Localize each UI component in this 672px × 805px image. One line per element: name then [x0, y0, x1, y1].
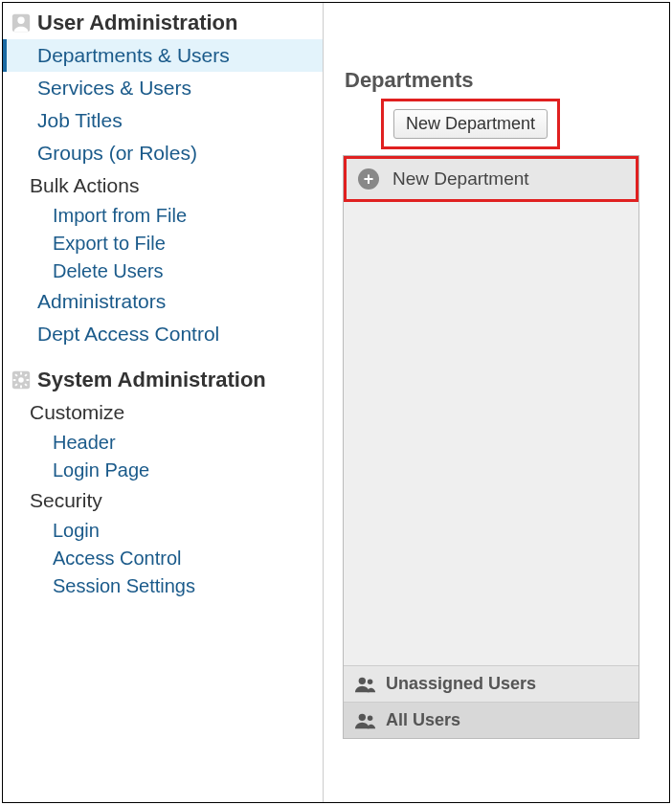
- nav-services-users[interactable]: Services & Users: [3, 72, 323, 104]
- system-administration-header: System Administration: [3, 364, 323, 396]
- nav-access-control[interactable]: Access Control: [3, 545, 323, 572]
- nav-customize-label: Customize: [3, 396, 323, 429]
- users-icon: [355, 712, 376, 729]
- unassigned-users-label: Unassigned Users: [386, 674, 536, 694]
- sidebar: User Administration Departments & Users …: [3, 3, 324, 802]
- system-administration-title: System Administration: [37, 368, 266, 392]
- users-icon: [355, 676, 376, 693]
- user-icon: [11, 12, 32, 34]
- nav-job-titles[interactable]: Job Titles: [3, 104, 323, 137]
- user-administration-header: User Administration: [3, 7, 323, 39]
- nav-delete-users[interactable]: Delete Users: [3, 257, 323, 285]
- svg-point-13: [368, 679, 373, 684]
- nav-header[interactable]: Header: [3, 429, 323, 457]
- nav-export-to-file[interactable]: Export to File: [3, 230, 323, 257]
- new-department-button-highlight: New Department: [381, 99, 560, 149]
- new-department-button[interactable]: New Department: [393, 109, 548, 139]
- nav-administrators[interactable]: Administrators: [3, 285, 323, 318]
- nav-dept-access-control[interactable]: Dept Access Control: [3, 318, 323, 350]
- plus-icon: +: [358, 168, 379, 190]
- svg-point-15: [368, 715, 373, 721]
- unassigned-users-item[interactable]: Unassigned Users: [344, 665, 638, 702]
- nav-groups-roles[interactable]: Groups (or Roles): [3, 137, 323, 169]
- svg-point-14: [359, 713, 366, 720]
- main-panel: Departments New Department + New Departm…: [324, 3, 669, 802]
- all-users-label: All Users: [386, 710, 460, 730]
- svg-point-12: [359, 677, 366, 683]
- user-administration-title: User Administration: [37, 11, 237, 35]
- nav-import-from-file[interactable]: Import from File: [3, 202, 323, 230]
- departments-heading: Departments: [345, 68, 650, 93]
- nav-login[interactable]: Login: [3, 517, 323, 545]
- nav-session-settings[interactable]: Session Settings: [3, 572, 323, 600]
- nav-bulk-actions-label: Bulk Actions: [3, 169, 323, 202]
- department-item-new[interactable]: + New Department: [344, 156, 638, 202]
- gear-icon: [11, 369, 32, 391]
- nav-login-page[interactable]: Login Page: [3, 457, 323, 484]
- nav-departments-users[interactable]: Departments & Users: [3, 39, 323, 72]
- svg-point-1: [17, 17, 24, 24]
- departments-list: + New Department Unassigned Users All Us…: [343, 155, 639, 739]
- department-item-label: New Department: [392, 168, 529, 190]
- all-users-item[interactable]: All Users: [344, 702, 638, 738]
- nav-security-label: Security: [3, 484, 323, 517]
- svg-point-3: [18, 377, 24, 383]
